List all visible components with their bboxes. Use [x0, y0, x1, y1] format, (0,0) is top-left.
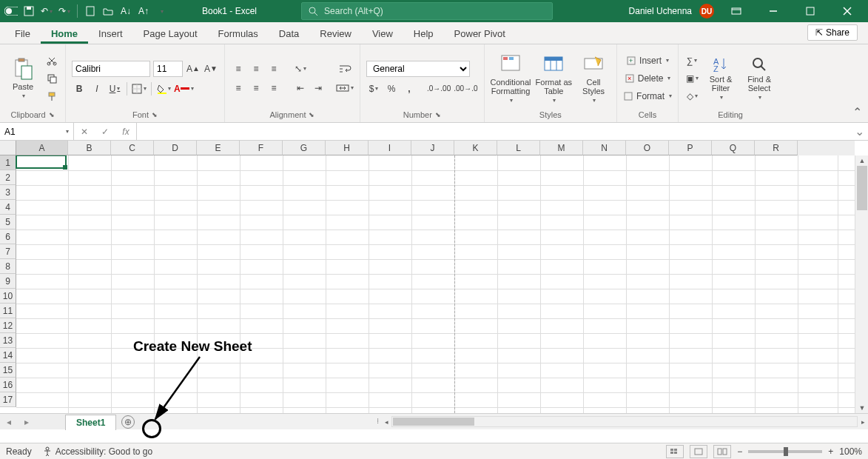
cancel-formula-button[interactable]: ✕ [74, 127, 95, 137]
col-header-K[interactable]: K [454, 141, 497, 155]
borders-button[interactable]: ▾ [132, 81, 147, 96]
tab-power-pivot[interactable]: Power Pivot [444, 24, 516, 44]
col-header-P[interactable]: P [669, 141, 712, 155]
row-header-16[interactable]: 16 [0, 378, 16, 392]
scroll-left-icon[interactable]: ◂ [381, 414, 391, 429]
col-header-D[interactable]: D [154, 141, 197, 155]
autosum-button[interactable]: ∑▾ [684, 53, 699, 68]
col-header-J[interactable]: J [411, 141, 454, 155]
row-header-4[interactable]: 4 [0, 200, 16, 215]
increase-font-button[interactable]: A▲ [186, 61, 201, 76]
find-select-button[interactable]: Find & Select▾ [742, 56, 776, 101]
enter-formula-button[interactable]: ✓ [95, 127, 115, 137]
tab-file[interactable]: File [4, 24, 41, 44]
page-layout-view-button[interactable] [690, 445, 707, 458]
row-header-10[interactable]: 10 [0, 289, 16, 304]
copy-button[interactable] [44, 71, 59, 86]
zoom-out-button[interactable]: − [737, 446, 742, 457]
user-avatar[interactable]: DU [699, 4, 714, 19]
namebox-dropdown-icon[interactable]: ▾ [66, 128, 69, 135]
font-color-button[interactable]: A▾ [174, 81, 194, 96]
col-header-O[interactable]: O [626, 141, 669, 155]
qat-customize-icon[interactable]: ▾ [155, 4, 168, 18]
row-header-12[interactable]: 12 [0, 318, 16, 333]
zoom-level[interactable]: 100% [839, 446, 862, 457]
active-cell[interactable] [16, 155, 67, 169]
vertical-scrollbar[interactable]: ▲ ▼ [855, 155, 868, 413]
col-header-F[interactable]: F [240, 141, 283, 155]
row-header-9[interactable]: 9 [0, 274, 16, 289]
expand-formula-bar-button[interactable]: ⌄ [850, 123, 868, 140]
row-header-15[interactable]: 15 [0, 363, 16, 378]
save-icon[interactable] [22, 4, 36, 18]
row-header-1[interactable]: 1 [0, 155, 16, 170]
row-header-13[interactable]: 13 [0, 333, 16, 348]
col-header-G[interactable]: G [283, 141, 326, 155]
clipboard-launcher-icon[interactable]: ⬊ [49, 111, 55, 118]
col-header-L[interactable]: L [497, 141, 540, 155]
sort-asc-icon[interactable]: A↓ [119, 4, 132, 18]
new-file-icon[interactable] [84, 4, 97, 18]
new-sheet-button[interactable]: ⊕ [116, 414, 140, 429]
tab-page-layout[interactable]: Page Layout [133, 24, 208, 44]
ribbon-display-icon[interactable] [721, 0, 751, 22]
cell-styles-button[interactable]: Cell Styles▾ [576, 53, 610, 104]
tab-formulas[interactable]: Formulas [208, 24, 269, 44]
col-header-I[interactable]: I [369, 141, 411, 155]
font-size-combo[interactable] [153, 61, 183, 77]
increase-indent-button[interactable]: ⇥ [311, 81, 326, 96]
row-header-7[interactable]: 7 [0, 244, 16, 259]
page-break-view-button[interactable] [713, 445, 731, 458]
tab-help[interactable]: Help [403, 24, 444, 44]
merge-center-button[interactable]: ▾ [336, 81, 354, 96]
tab-insert[interactable]: Insert [88, 24, 133, 44]
format-painter-button[interactable] [44, 89, 59, 104]
column-headers[interactable]: ABCDEFGHIJKLMNOPQR [16, 141, 855, 155]
row-header-2[interactable]: 2 [0, 170, 16, 185]
fx-button[interactable]: fx [115, 127, 136, 137]
cells-area[interactable] [16, 155, 855, 413]
paste-button[interactable]: Paste▾ [6, 57, 40, 99]
delete-cells-button[interactable]: ×Delete▾ [623, 71, 672, 86]
align-right-button[interactable]: ≡ [266, 81, 281, 96]
row-header-6[interactable]: 6 [0, 230, 16, 244]
vscroll-thumb[interactable] [857, 166, 867, 210]
redo-icon[interactable]: ↷▾ [58, 4, 71, 18]
align-bottom-button[interactable]: ≡ [266, 61, 281, 76]
number-format-combo[interactable]: General [366, 61, 470, 77]
row-header-5[interactable]: 5 [0, 215, 16, 230]
zoom-slider[interactable] [748, 450, 822, 453]
horizontal-scrollbar[interactable]: ⁞ ◂ ▸ [140, 414, 868, 429]
col-header-A[interactable]: A [16, 141, 68, 155]
font-name-combo[interactable] [72, 61, 150, 77]
insert-cells-button[interactable]: +Insert▾ [623, 53, 672, 68]
number-launcher-icon[interactable]: ⬊ [435, 111, 441, 118]
increase-decimal-button[interactable]: .0→.00 [427, 81, 451, 96]
align-left-button[interactable]: ≡ [231, 81, 246, 96]
accessibility-status[interactable]: Accessibility: Good to go [42, 446, 152, 457]
formula-input[interactable] [137, 123, 850, 140]
sheet-nav-prev-button[interactable]: ◂ [0, 417, 18, 427]
percent-format-button[interactable]: % [384, 81, 399, 96]
minimize-button[interactable] [758, 0, 788, 22]
comma-format-button[interactable]: , [402, 81, 417, 96]
tab-review[interactable]: Review [309, 24, 362, 44]
sheet-nav-next-button[interactable]: ▸ [18, 417, 36, 427]
share-button[interactable]: ⇱Share [807, 24, 858, 41]
wrap-text-button[interactable] [336, 61, 354, 76]
scroll-down-icon[interactable]: ▼ [855, 403, 868, 413]
decrease-decimal-button[interactable]: .00→.0 [454, 81, 477, 96]
row-header-14[interactable]: 14 [0, 348, 16, 363]
conditional-formatting-button[interactable]: Conditional Formatting▾ [491, 53, 531, 104]
decrease-font-button[interactable]: A▼ [203, 61, 218, 76]
search-bar[interactable]: Search (Alt+Q) [301, 2, 553, 20]
name-box[interactable]: A1▾ [0, 123, 74, 140]
normal-view-button[interactable] [666, 445, 684, 458]
col-header-N[interactable]: N [583, 141, 626, 155]
col-header-M[interactable]: M [540, 141, 583, 155]
open-icon[interactable] [101, 4, 115, 18]
autosave-toggle[interactable] [4, 4, 18, 18]
col-header-H[interactable]: H [326, 141, 369, 155]
col-header-Q[interactable]: Q [712, 141, 755, 155]
scroll-right-icon[interactable]: ▸ [858, 414, 868, 429]
